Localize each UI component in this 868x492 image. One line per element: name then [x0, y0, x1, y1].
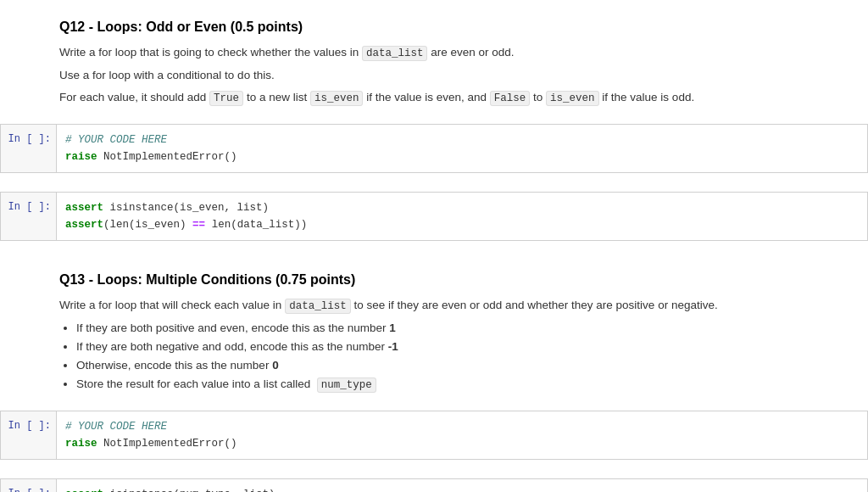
q13-cell1-line1: # YOUR CODE HERE — [65, 418, 859, 435]
q13-markdown: Q13 - Loops: Multiple Conditions (0.75 p… — [0, 261, 868, 407]
q12-is-even-code1: is_even — [310, 91, 364, 106]
q12-code-cell-2[interactable]: In [ ]: assert isinstance(is_even, list)… — [0, 192, 868, 241]
q13-cell1-content[interactable]: # YOUR CODE HERE raise NotImplementedErr… — [56, 411, 867, 459]
q13-code-cell-2[interactable]: In [ ]: assert isinstance(num_type, list… — [0, 478, 868, 492]
q12-false-code: False — [490, 91, 531, 106]
q12-para3: For each value, it should add True to a … — [59, 89, 860, 107]
q12-cell1-line2: raise raise NotImplementedError()NotImpl… — [65, 148, 859, 165]
q13-bullet-1: If they are both positive and even, enco… — [76, 320, 860, 337]
q13-bullet-3: Otherwise, encode this as the number 0 — [76, 357, 860, 374]
q12-cell2-content[interactable]: assert isinstance(is_even, list) assert(… — [56, 193, 867, 240]
q12-cell2-label: In [ ]: — [1, 193, 56, 240]
q13-cell2-label: In [ ]: — [1, 479, 56, 492]
q13-num-type-code: num_type — [317, 377, 376, 393]
q12-cell1-line1: # YOUR CODE HERE — [65, 131, 859, 148]
q13-bullet-2: If they are both negative and odd, encod… — [76, 338, 860, 355]
q12-data-list-code1: data_list — [362, 46, 428, 61]
q13-cell1-line2: raise NotImplementedError() — [65, 435, 859, 452]
q12-cell1-content[interactable]: # YOUR CODE HERE raise raise NotImplemen… — [56, 125, 867, 172]
q12-is-even-code2: is_even — [546, 91, 599, 106]
q13-code-cell-1[interactable]: In [ ]: # YOUR CODE HERE raise NotImplem… — [0, 411, 868, 460]
q13-cell1-label: In [ ]: — [1, 411, 56, 459]
q13-cell2-content[interactable]: assert isinstance(num_type, list) assert… — [56, 479, 867, 492]
q12-cell1-label: In [ ]: — [1, 125, 56, 172]
q13-data-list-code: data_list — [285, 299, 351, 314]
q13-cell2-line1: assert isinstance(num_type, list) — [65, 486, 859, 492]
q12-code-cell-1[interactable]: In [ ]: # YOUR CODE HERE raise raise Not… — [0, 124, 868, 173]
q12-markdown: Q12 - Loops: Odd or Even (0.5 points) Wr… — [0, 8, 868, 120]
q12-para1: Write a for loop that is going to check … — [59, 44, 860, 62]
q13-bullet-4: Store the result for each value into a l… — [76, 376, 860, 394]
q12-cell2-line1: assert isinstance(is_even, list) — [65, 199, 859, 216]
q13-bullet-list: If they are both positive and even, enco… — [76, 320, 860, 394]
q12-title: Q12 - Loops: Odd or Even (0.5 points) — [59, 17, 860, 37]
q13-title: Q13 - Loops: Multiple Conditions (0.75 p… — [59, 270, 860, 290]
q12-cell2-line2: assert(len(is_even) == len(data_list)) — [65, 216, 859, 233]
q12-para2: Use a for loop with a conditional to do … — [59, 67, 860, 84]
notebook-container: Q12 - Loops: Odd or Even (0.5 points) Wr… — [0, 0, 868, 492]
q12-true-code: True — [209, 91, 243, 106]
q13-para1: Write a for loop that will check each va… — [59, 297, 860, 315]
